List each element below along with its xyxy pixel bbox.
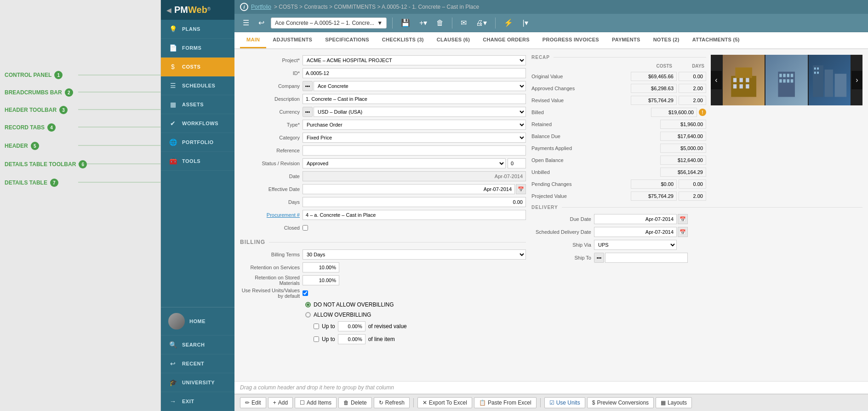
sidebar-label-plans: PLANS — [182, 26, 200, 32]
add-bottom-button[interactable]: + Add — [268, 397, 293, 408]
sidebar-item-schedules[interactable]: ☰ SCHEDULES — [161, 76, 234, 95]
billing-terms-select[interactable]: 30 Days — [303, 249, 526, 260]
delete-bottom-button[interactable]: 🗑 Delete — [338, 397, 372, 408]
avatar-image — [168, 313, 185, 330]
allow-overbilling-radio[interactable] — [305, 312, 311, 318]
sidebar-item-plans[interactable]: 💡 PLANS — [161, 20, 234, 39]
print-button[interactable]: 🖨▾ — [473, 17, 490, 29]
export-button[interactable]: ✕ Export To Excel — [417, 397, 472, 408]
sidebar-item-recent[interactable]: ↩ RECENT — [161, 354, 234, 373]
tab-attachments[interactable]: ATTACHMENTS (5) — [686, 32, 746, 48]
tab-adjustments[interactable]: ADJUSTMENTS — [266, 32, 319, 48]
ship-to-row: Ship To ••• — [531, 252, 862, 263]
effective-date-input[interactable] — [303, 184, 515, 194]
info-icon[interactable]: i — [240, 3, 248, 11]
retention-materials-input[interactable] — [303, 275, 339, 285]
more-button[interactable]: |▾ — [520, 17, 531, 29]
delete-button[interactable]: 🗑 — [434, 17, 446, 29]
company-dots-button[interactable]: ••• — [303, 81, 313, 91]
tab-change-orders[interactable]: CHANGE ORDERS — [476, 32, 536, 48]
lightning-button[interactable]: ⚡ — [501, 17, 516, 29]
portfolio-link[interactable]: Portfolio — [251, 4, 271, 10]
due-date-input[interactable] — [594, 214, 677, 224]
due-date-label: Due Date — [531, 216, 591, 222]
sidebar-item-workflows[interactable]: ✔ WORKFLOWS — [161, 114, 234, 133]
scheduled-calendar-button[interactable]: 📅 — [678, 227, 688, 237]
closed-checkbox[interactable] — [303, 225, 308, 231]
ship-to-dots-button[interactable]: ••• — [594, 253, 604, 263]
retention-services-input[interactable] — [303, 262, 339, 272]
currency-dots-button[interactable]: ••• — [303, 107, 313, 117]
back-arrow-icon[interactable]: ◀ — [166, 6, 171, 14]
portfolio-icon: 🌐 — [168, 139, 177, 146]
ship-via-select[interactable]: UPS — [594, 240, 677, 250]
up-to-2-input[interactable] — [338, 334, 365, 344]
recap-revised-days: 2.00 — [679, 96, 706, 105]
days-input[interactable] — [303, 197, 526, 207]
retention-materials-row: Retention on Stored Materials — [240, 275, 526, 286]
effective-date-calendar-button[interactable]: 📅 — [516, 184, 526, 194]
do-not-allow-radio[interactable] — [305, 302, 311, 307]
recap-row-payments: Payments Applied $5,000.00 — [531, 143, 706, 153]
svg-rect-8 — [735, 68, 752, 78]
tab-progress-invoices[interactable]: PROGRESS INVOICES — [536, 32, 605, 48]
date-input[interactable] — [303, 171, 526, 181]
add-items-button[interactable]: ☐ Add Items — [295, 397, 337, 408]
scheduled-input[interactable] — [594, 227, 677, 237]
tab-clauses[interactable]: CLAUSES (6) — [430, 32, 476, 48]
ship-to-input[interactable] — [605, 253, 688, 263]
company-select[interactable]: Ace Concrete — [314, 81, 526, 91]
sidebar-item-university[interactable]: 🎓 UNIVERSITY — [161, 373, 234, 392]
revision-input[interactable] — [508, 158, 526, 168]
photo-thumb-1 — [723, 55, 765, 105]
sidebar-item-portfolio[interactable]: 🌐 PORTFOLIO — [161, 133, 234, 152]
sidebar-item-forms[interactable]: 📄 FORMS — [161, 39, 234, 58]
sidebar-item-tools[interactable]: 🧰 TOOLS — [161, 152, 234, 171]
save-button[interactable]: 💾 — [398, 17, 413, 29]
sidebar-item-home[interactable]: HOME — [161, 307, 234, 336]
sidebar-item-search[interactable]: 🔍 SEARCH — [161, 336, 234, 354]
procurement-label[interactable]: Procurement # — [240, 212, 300, 218]
photo-prev-button[interactable]: ‹ — [711, 71, 722, 89]
recap-projected-label: Projected Value — [531, 193, 629, 199]
type-select[interactable]: Purchase Order — [303, 120, 526, 130]
tab-checklists[interactable]: CHECKLISTS (3) — [376, 32, 430, 48]
use-revised-checkbox[interactable] — [303, 290, 308, 296]
layouts-button[interactable]: ▦ Layouts — [656, 397, 692, 408]
recap-row-approved: Approved Changes $6,298.63 2.00 — [531, 83, 706, 93]
id-input[interactable] — [303, 68, 526, 78]
status-select[interactable]: Approved — [303, 158, 506, 168]
tab-main[interactable]: MAIN — [240, 32, 266, 48]
photo-next-button[interactable]: › — [851, 71, 862, 89]
email-button[interactable]: ✉ — [458, 17, 469, 29]
sidebar-item-exit[interactable]: → EXIT — [161, 392, 234, 411]
billing-section-header: BILLING — [240, 239, 526, 245]
history-button[interactable]: ↩ — [256, 17, 267, 29]
record-selector[interactable]: Ace Concrete – A.0005-12 – 1. Concre... … — [271, 17, 387, 29]
edit-button[interactable]: ✏ Edit — [240, 397, 266, 408]
hamburger-button[interactable]: ☰ — [240, 17, 252, 29]
add-button[interactable]: +▾ — [417, 17, 430, 29]
project-select[interactable]: ACME – ACME HOSPITAL PROJECT — [303, 55, 526, 65]
currency-select-wrap: ••• USD – Dollar (USA) — [303, 107, 526, 117]
category-select[interactable]: Fixed Price — [303, 133, 526, 143]
preview-button[interactable]: $ Preview Conversions — [587, 397, 654, 408]
up-to-2-checkbox[interactable] — [314, 336, 319, 342]
sidebar-item-assets[interactable]: ▦ ASSETS — [161, 95, 234, 114]
up-to-1-input[interactable] — [338, 321, 365, 331]
procurement-input[interactable] — [303, 210, 526, 220]
tab-notes[interactable]: NOTES (2) — [647, 32, 686, 48]
tab-specifications[interactable]: SPECIFICATIONS — [319, 32, 376, 48]
sidebar-item-costs[interactable]: $ COSTS — [161, 58, 234, 76]
paste-button[interactable]: 📋 Paste From Excel — [474, 397, 537, 408]
tab-payments[interactable]: PAYMENTS — [605, 32, 647, 48]
recap-col-headers: COSTS DAYS — [531, 64, 706, 69]
up-to-1-checkbox[interactable] — [314, 324, 319, 329]
due-date-calendar-button[interactable]: 📅 — [678, 214, 688, 224]
use-units-button[interactable]: ☑ Use Units — [544, 397, 585, 408]
refresh-button[interactable]: ↻ Refresh — [374, 397, 410, 408]
description-input[interactable] — [303, 94, 526, 104]
edit-icon: ✏ — [245, 399, 250, 406]
currency-select[interactable]: USD – Dollar (USA) — [314, 107, 526, 117]
reference-input[interactable] — [303, 145, 526, 156]
